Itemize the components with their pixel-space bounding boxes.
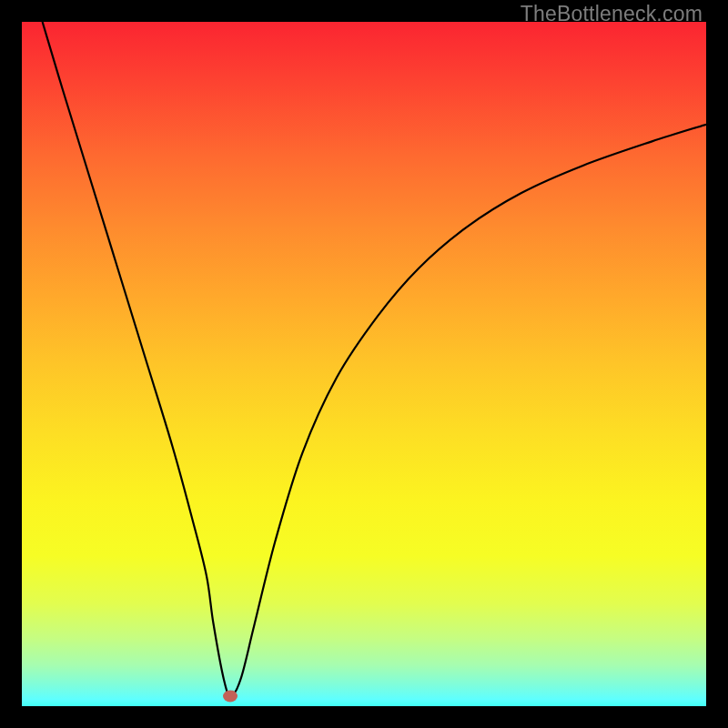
optimum-marker (223, 690, 238, 702)
plot-area (22, 22, 706, 706)
watermark-text: TheBottleneck.com (521, 2, 703, 26)
